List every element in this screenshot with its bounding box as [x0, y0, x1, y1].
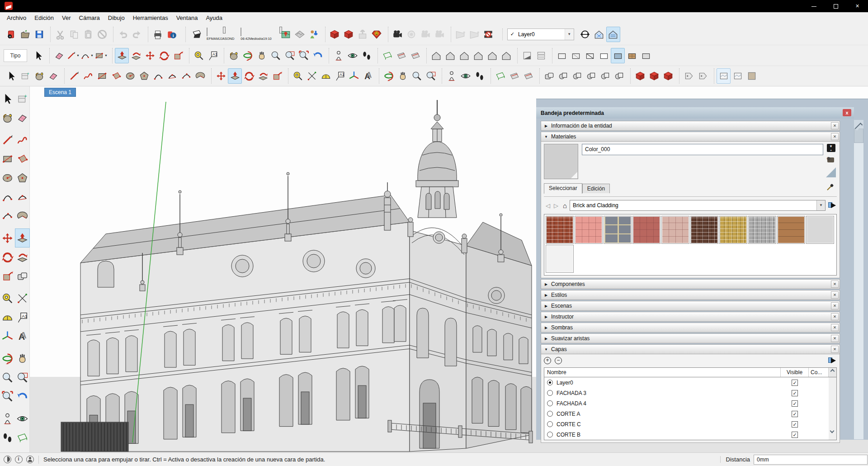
- select-tool[interactable]: [31, 48, 45, 63]
- protractor-tool[interactable]: [0, 308, 15, 327]
- offset-tool[interactable]: [0, 266, 15, 285]
- paste-tool[interactable]: [81, 27, 95, 42]
- section-componentes[interactable]: ▶Componentes✕: [541, 279, 840, 289]
- 3d-text-tool[interactable]: AA: [15, 327, 30, 346]
- section-close-button[interactable]: ✕: [831, 281, 839, 288]
- visible-checkbox[interactable]: ✓: [792, 421, 798, 428]
- maximize-button[interactable]: [825, 0, 846, 12]
- add-location-tool[interactable]: [279, 27, 293, 42]
- classifier-select-tool[interactable]: [696, 68, 710, 84]
- eraser-tool[interactable]: [15, 108, 30, 127]
- back-edges-tool[interactable]: [592, 27, 606, 42]
- polygon-tool[interactable]: [15, 168, 30, 187]
- section-instructor[interactable]: ▶Instructor✕: [541, 312, 840, 322]
- axes-tool[interactable]: [0, 327, 15, 346]
- walk-tool[interactable]: [0, 428, 15, 447]
- section-display-tool[interactable]: [408, 48, 422, 63]
- zoom-extents-tool[interactable]: [297, 48, 311, 63]
- section-close-button[interactable]: ✕: [831, 291, 839, 299]
- preview-animation-tool[interactable]: [405, 27, 419, 42]
- sample-paint-icon[interactable]: [826, 183, 834, 193]
- measurement-value-field[interactable]: 0mm: [754, 455, 868, 465]
- face-wireframe-tool[interactable]: [583, 48, 597, 63]
- face-shaded-tool[interactable]: [611, 48, 625, 63]
- extension-warehouse-tool[interactable]: [370, 27, 384, 42]
- view-back-tool[interactable]: [485, 48, 499, 63]
- chevron-down-icon[interactable]: ▼: [104, 54, 108, 57]
- collection-dropdown[interactable]: Brick and Cladding ▼: [570, 200, 826, 211]
- position-camera-tool[interactable]: [331, 48, 345, 63]
- section-fill-tool[interactable]: [394, 48, 408, 63]
- zoom-window-tool[interactable]: [424, 68, 438, 84]
- layer-radio[interactable]: [547, 400, 553, 406]
- menu-ventana[interactable]: Ventana: [172, 13, 202, 23]
- menu-ayuda[interactable]: Ayuda: [202, 13, 226, 23]
- solid-trim-tool[interactable]: [584, 68, 598, 84]
- follow-me-tool[interactable]: [15, 247, 30, 266]
- scroll-up-button[interactable]: [854, 120, 863, 128]
- circle-tool[interactable]: [0, 168, 15, 187]
- material-swatch-stone-cobble[interactable]: [661, 216, 689, 244]
- list-scroll-up[interactable]: [829, 368, 836, 377]
- text-tool[interactable]: A1: [206, 48, 220, 63]
- menu-ver[interactable]: Ver: [58, 13, 75, 23]
- pan-tool[interactable]: [255, 48, 269, 63]
- shadows-dialog-tool[interactable]: [520, 48, 534, 63]
- details-arrow-button[interactable]: [828, 201, 837, 209]
- upload-model-tool[interactable]: [356, 27, 370, 42]
- protractor-tool[interactable]: [319, 68, 333, 84]
- date-slider-handle[interactable]: [223, 27, 226, 33]
- zoom-tool[interactable]: [410, 68, 424, 84]
- section-cut-tool[interactable]: [521, 68, 535, 84]
- zoom-extents-tool[interactable]: [0, 387, 15, 406]
- erase-selection-tool[interactable]: [95, 27, 109, 42]
- outer-shell-tool[interactable]: [542, 68, 556, 84]
- layer-row-corte-c[interactable]: CORTE C ✓: [544, 419, 836, 429]
- line-tool[interactable]: [0, 130, 15, 149]
- classifier-tag-tool[interactable]: [682, 68, 696, 84]
- minimize-button[interactable]: [803, 0, 825, 12]
- axes-tool[interactable]: [347, 68, 361, 84]
- view-left-tool[interactable]: [499, 48, 513, 63]
- walk-tool[interactable]: [472, 68, 486, 84]
- remove-layer-button[interactable]: −: [555, 357, 562, 364]
- make-component-tool[interactable]: +: [15, 89, 30, 108]
- solid-subtract-tool[interactable]: [570, 68, 584, 84]
- tray-scrollbar[interactable]: [854, 120, 863, 439]
- column-color[interactable]: Co...: [809, 368, 829, 377]
- rectangle-tool[interactable]: ▼: [94, 48, 108, 63]
- material-swatch-red-brick[interactable]: [546, 216, 574, 244]
- undo-tool[interactable]: [116, 27, 130, 42]
- send-to-layout-tool[interactable]: [328, 27, 342, 42]
- look-around-tool[interactable]: [458, 68, 472, 84]
- section-close-button[interactable]: ✕: [831, 335, 839, 342]
- camera-next-tool[interactable]: [433, 27, 447, 42]
- text-tool[interactable]: A1: [333, 68, 347, 84]
- rotate-tool[interactable]: [242, 68, 256, 84]
- shadow-date-slider[interactable]: EFMAMJJASOND: [207, 28, 234, 41]
- column-visible[interactable]: Visible: [781, 368, 809, 377]
- rectangle-tool[interactable]: [0, 149, 15, 168]
- section-estilos[interactable]: ▶Estilos✕: [541, 290, 840, 300]
- rotate-tool[interactable]: [157, 48, 171, 63]
- arc-tool[interactable]: ▼: [80, 48, 94, 63]
- 3d-text-tool[interactable]: AA: [361, 68, 375, 84]
- layer-row-corte-a[interactable]: CORTE A ✓: [544, 409, 836, 419]
- line-tool[interactable]: [67, 68, 81, 84]
- face-back-edges-tool[interactable]: [569, 48, 583, 63]
- in-model-materials-button[interactable]: ⊕: [826, 156, 835, 164]
- section-plane-tool[interactable]: [15, 428, 30, 447]
- view-cone-back-tool[interactable]: [467, 27, 481, 42]
- menu-camara[interactable]: Cámara: [75, 13, 104, 23]
- x-ray-tool[interactable]: [606, 27, 620, 42]
- layer-radio[interactable]: [547, 380, 553, 385]
- paint-bucket-tool[interactable]: [32, 68, 46, 84]
- share-component-tool[interactable]: [661, 68, 675, 84]
- two-point-arc-tool[interactable]: [165, 68, 179, 84]
- paint-bucket-tool[interactable]: [0, 108, 15, 127]
- section-display-tool[interactable]: [507, 68, 521, 84]
- chevron-down-icon[interactable]: ▼: [816, 200, 825, 210]
- material-swatch-yellow-brick[interactable]: [719, 216, 747, 244]
- move-tool[interactable]: [214, 68, 228, 84]
- push-pull-tool[interactable]: [15, 228, 30, 247]
